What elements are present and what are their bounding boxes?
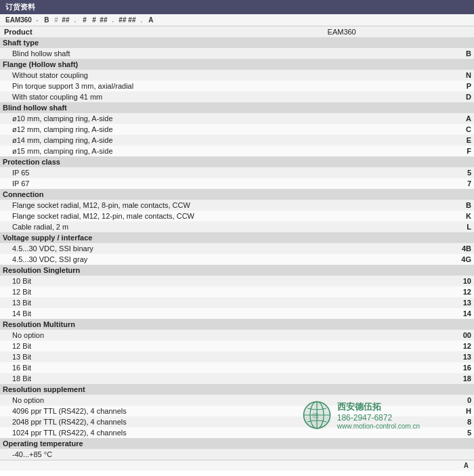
data-row: IP 67 7 (0, 178, 474, 189)
item-code: 12 (454, 286, 474, 297)
section-header-row: Connection (0, 189, 474, 200)
product-code (454, 26, 474, 37)
section-label: Blind hollow shaft (0, 102, 454, 113)
watermark-text-block: 西安德伍拓 186-2947-6872 www.motion-control.c… (337, 400, 420, 431)
item-label: -40...+85 °C (0, 449, 454, 460)
item-label: 18 Bit (0, 373, 454, 384)
data-row: 14 Bit 14 (0, 308, 474, 319)
section-header-row: Protection class (0, 156, 474, 167)
item-code: 0 (454, 395, 474, 406)
item-code: 4B (454, 243, 474, 254)
item-label: 12 Bit (0, 286, 454, 297)
watermark-phone: 186-2947-6872 (337, 413, 420, 423)
item-code: 00 (454, 330, 474, 341)
watermark-url: www.motion-control.com.cn (337, 423, 420, 430)
item-label: Cable radial, 2 m (0, 221, 454, 232)
item-code: P (454, 81, 474, 91)
section-code (454, 384, 474, 395)
item-code: K (454, 211, 474, 221)
section-label: Resolution Singleturn (0, 265, 454, 276)
data-row: 12 Bit 12 (0, 341, 474, 351)
item-code: L (454, 221, 474, 232)
item-code: 14 (454, 308, 474, 319)
item-label: Flange socket radial, M12, 12-pin, male … (0, 211, 454, 221)
section-code (454, 156, 474, 167)
top-bar-label: 订货资料 (5, 3, 35, 11)
data-row: Cable radial, 2 m L (0, 221, 474, 232)
product-row: Product EAM360 (0, 26, 474, 37)
item-label: ø15 mm, clamping ring, A-side (0, 146, 454, 156)
field-b: B (43, 16, 51, 24)
item-code: 10 (454, 276, 474, 286)
dash: - (33, 16, 41, 24)
item-code: C (454, 124, 474, 135)
section-label: Shaft type (0, 37, 454, 48)
item-label: ø10 mm, clamping ring, A-side (0, 113, 454, 124)
item-label: IP 65 (0, 167, 454, 178)
data-row: -40...+85 °C (0, 449, 474, 460)
section-header-row: Flange (Hollow shaft) (0, 59, 474, 70)
data-row: ø14 mm, clamping ring, A-side E (0, 135, 474, 146)
header-row: EAM360 - B # ## . # # ## . ## ## . A (0, 14, 474, 26)
item-code: 12 (454, 341, 474, 351)
item-label: 4.5...30 VDC, SSI binary (0, 243, 454, 254)
data-row: No option 00 (0, 330, 474, 341)
data-row: 18 Bit 18 (0, 373, 474, 384)
section-header-row: Voltage supply / interface (0, 232, 474, 243)
data-row: 16 Bit 16 (0, 362, 474, 373)
item-code: 5 (454, 167, 474, 178)
item-label: ø14 mm, clamping ring, A-side (0, 135, 454, 146)
item-code: 16 (454, 362, 474, 373)
item-label: Blind hollow shaft (0, 48, 454, 59)
data-row: Blind hollow shaft B (0, 48, 474, 59)
item-code: 5 (454, 427, 474, 438)
item-label: 10 Bit (0, 276, 454, 286)
field-hash3: # (90, 16, 98, 24)
item-label: ø12 mm, clamping ring, A-side (0, 124, 454, 135)
item-label: 13 Bit (0, 351, 454, 362)
section-label: Resolution supplement (0, 384, 454, 395)
section-code (454, 232, 474, 243)
item-label: Pin torque support 3 mm, axial/radial (0, 81, 454, 91)
section-label: Resolution Multiturn (0, 319, 454, 330)
item-code: B (454, 48, 474, 59)
field-hash4: ## (100, 16, 108, 24)
item-label: IP 67 (0, 178, 454, 189)
data-row: With stator coupling 41 mm D (0, 91, 474, 102)
section-header-row: Blind hollow shaft (0, 102, 474, 113)
product-label: Product (0, 26, 230, 37)
data-row: Flange socket radial, M12, 12-pin, male … (0, 211, 474, 221)
item-label: 14 Bit (0, 308, 454, 319)
svg-text:德: 德 (312, 412, 319, 419)
item-code: F (454, 146, 474, 156)
model-code: EAM360 (5, 16, 32, 24)
data-row: ø15 mm, clamping ring, A-side F (0, 146, 474, 156)
item-label: 13 Bit (0, 297, 454, 308)
item-code: H (454, 406, 474, 416)
item-code: 13 (454, 297, 474, 308)
header-code: EAM360 - B # ## . # # ## . ## ## . A (5, 16, 155, 24)
section-label: Protection class (0, 156, 454, 167)
item-label: Without stator coupling (0, 70, 454, 81)
section-header-row: Resolution Singleturn (0, 265, 474, 276)
section-label: Flange (Hollow shaft) (0, 59, 454, 70)
item-code: 18 (454, 373, 474, 384)
item-code: 8 (454, 416, 474, 427)
main-table: Product EAM360 Shaft type Blind hollow s… (0, 26, 474, 460)
item-label: With stator coupling 41 mm (0, 91, 454, 102)
bottom-bar: A (0, 460, 474, 471)
item-code: E (454, 135, 474, 146)
field-hash5: ## (118, 16, 127, 24)
item-label: 4.5...30 VDC, SSI gray (0, 254, 454, 265)
field-hash2: ## (62, 16, 70, 24)
watermark-company: 西安德伍拓 (337, 400, 420, 414)
data-row: Without stator coupling N (0, 70, 474, 81)
section-code (454, 438, 474, 449)
section-code (454, 37, 474, 48)
section-label: Voltage supply / interface (0, 232, 454, 243)
section-header-row: Shaft type (0, 37, 474, 48)
item-label: No option (0, 330, 454, 341)
section-code (454, 319, 474, 330)
data-row: ø10 mm, clamping ring, A-side A (0, 113, 474, 124)
top-bar: 订货资料 (0, 0, 474, 14)
